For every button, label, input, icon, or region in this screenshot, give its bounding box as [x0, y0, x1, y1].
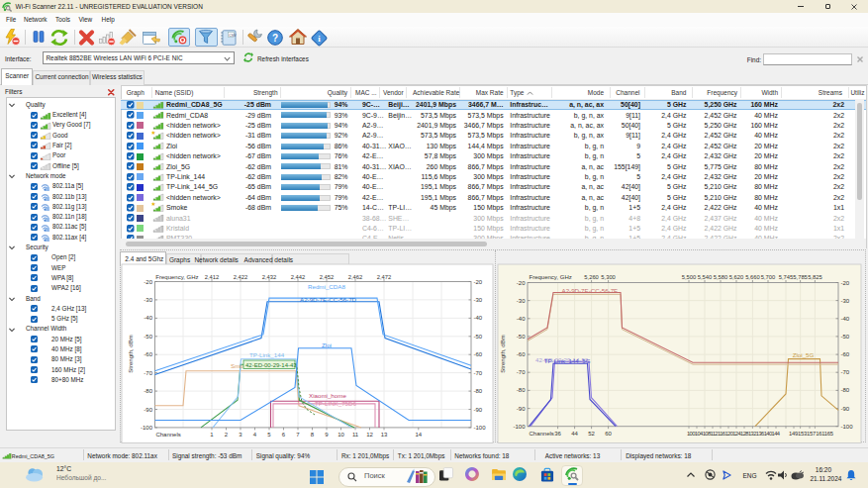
- svg-text:-60: -60: [474, 351, 483, 357]
- svg-text:Xiaomi_home: Xiaomi_home: [309, 392, 346, 399]
- svg-text:A2-9D-7E-CC-56-7E: A2-9D-7E-CC-56-7E: [562, 286, 619, 293]
- svg-text:-20: -20: [517, 279, 526, 285]
- svg-text:-90: -90: [144, 406, 152, 412]
- svg-text:-40: -40: [474, 315, 483, 321]
- svg-text:10: 10: [338, 431, 344, 437]
- svg-text:CSV: CSV: [229, 33, 237, 37]
- svg-text:Channels: Channels: [530, 430, 554, 436]
- svg-text:5,540: 5,540: [698, 273, 713, 279]
- svg-text:-20: -20: [144, 278, 152, 284]
- svg-text:149153157161165: 149153157161165: [789, 430, 833, 436]
- svg-text:Redmi_CDA8: Redmi_CDA8: [308, 282, 345, 289]
- svg-text:-60: -60: [144, 351, 152, 357]
- svg-text:Strength, dBm: Strength, dBm: [500, 335, 506, 372]
- svg-text:-100: -100: [513, 423, 526, 429]
- svg-text:-20: -20: [841, 279, 850, 285]
- svg-text:5,580: 5,580: [714, 273, 728, 279]
- svg-text:2,422: 2,422: [234, 273, 248, 279]
- svg-text:-70: -70: [474, 369, 483, 375]
- svg-text:-80: -80: [144, 388, 152, 394]
- svg-text:5,660: 5,660: [745, 273, 760, 279]
- svg-text:Frequency, GHz: Frequency, GHz: [155, 273, 198, 279]
- svg-text:-80: -80: [841, 387, 850, 393]
- svg-text:13: 13: [381, 431, 388, 437]
- svg-text:-70: -70: [517, 369, 526, 375]
- svg-text:-40: -40: [517, 315, 526, 321]
- svg-text:?: ?: [272, 33, 278, 44]
- svg-text:2,452: 2,452: [320, 273, 335, 279]
- svg-text:5,700: 5,700: [761, 273, 776, 279]
- svg-text:100104108112116120124128132136: 100104108112116120124128132136140144: [687, 430, 781, 436]
- svg-text:TP-Link_144_5G: TP-Link_144_5G: [544, 356, 591, 363]
- svg-text:-100: -100: [141, 424, 153, 430]
- svg-text:44: 44: [571, 430, 578, 436]
- svg-text:A2-9D-7E-CC-56-7D: A2-9D-7E-CC-56-7D: [300, 295, 357, 302]
- svg-text:-70: -70: [841, 369, 850, 375]
- svg-text:14: 14: [415, 431, 422, 437]
- svg-text:12: 12: [366, 431, 373, 437]
- svg-text:2,412: 2,412: [205, 273, 220, 279]
- svg-text:5,825: 5,825: [808, 273, 822, 279]
- svg-text:-30: -30: [841, 297, 850, 303]
- svg-text:Zloi_5G: Zloi_5G: [793, 350, 815, 357]
- svg-text:-100: -100: [474, 424, 487, 430]
- svg-text:42-ED-00-29-14-43: 42-ED-00-29-14-43: [245, 361, 297, 367]
- svg-text:-30: -30: [517, 297, 526, 303]
- svg-text:Channels: Channels: [155, 431, 180, 437]
- svg-text:-60: -60: [841, 351, 850, 357]
- svg-text:-80: -80: [517, 387, 526, 393]
- svg-text:2,462: 2,462: [348, 273, 363, 279]
- svg-text:5,260: 5,260: [584, 273, 599, 279]
- svg-text:-60: -60: [517, 351, 526, 357]
- svg-text:TP-Link_144: TP-Link_144: [249, 351, 285, 358]
- svg-text:-40: -40: [144, 315, 152, 321]
- svg-text:-90: -90: [517, 405, 526, 411]
- svg-text:-50: -50: [517, 333, 526, 339]
- svg-text:-30: -30: [144, 296, 152, 302]
- svg-text:-50: -50: [841, 333, 850, 339]
- svg-text:-70: -70: [144, 369, 152, 375]
- svg-text:5,785: 5,785: [793, 273, 808, 279]
- svg-text:-40: -40: [841, 315, 850, 321]
- svg-text:-90: -90: [841, 405, 850, 411]
- svg-text:52: 52: [588, 430, 595, 436]
- svg-text:Strength, dBm: Strength, dBm: [128, 335, 134, 372]
- svg-text:Frequency, GHz: Frequency, GHz: [530, 273, 572, 279]
- svg-text:TP-LINK_75D6: TP-LINK_75D6: [315, 399, 357, 406]
- svg-text:-30: -30: [474, 296, 483, 302]
- svg-text:5,620: 5,620: [729, 273, 744, 279]
- svg-text:5,300: 5,300: [601, 273, 616, 279]
- svg-text:-20: -20: [474, 278, 483, 284]
- svg-text:-50: -50: [474, 333, 483, 339]
- svg-text:-50: -50: [144, 333, 152, 339]
- svg-text:-80: -80: [474, 388, 483, 394]
- svg-text:5,745: 5,745: [779, 273, 794, 279]
- svg-text:2,442: 2,442: [291, 273, 306, 279]
- svg-text:2,432: 2,432: [262, 273, 277, 279]
- svg-text:11: 11: [352, 431, 359, 437]
- svg-text:-100: -100: [841, 423, 854, 429]
- svg-text:Zloi: Zloi: [322, 341, 332, 347]
- svg-text:5,500: 5,500: [682, 273, 697, 279]
- svg-text:2,472: 2,472: [377, 273, 392, 279]
- svg-text:36: 36: [554, 430, 561, 436]
- svg-text:-90: -90: [474, 406, 483, 412]
- svg-text:60: 60: [605, 430, 612, 436]
